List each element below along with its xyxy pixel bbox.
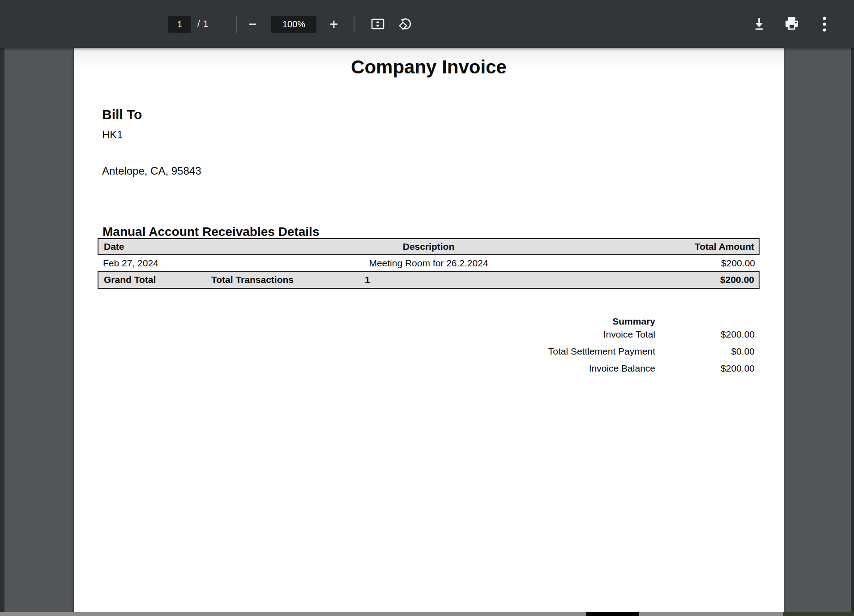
invoice-title: Company Invoice	[74, 57, 784, 77]
rotate-ccw-icon	[397, 16, 414, 33]
column-total-amount: Total Amount	[695, 239, 754, 254]
plus-icon	[328, 18, 340, 30]
cell-amount: $200.00	[721, 255, 755, 271]
total-transactions-label: Total Transactions	[211, 272, 294, 288]
download-icon	[750, 15, 768, 33]
table-header-row: Date Description Total Amount	[98, 238, 760, 255]
summary-label: Invoice Balance	[477, 360, 655, 377]
summary-row: Invoice Total $200.00	[477, 326, 755, 343]
zoom-in-button[interactable]	[325, 15, 343, 33]
viewer-left-edge	[0, 48, 4, 612]
summary-value: $200.00	[655, 326, 755, 343]
summary-section: Summary Invoice Total $200.00 Total Sett…	[477, 317, 755, 377]
page-number-input[interactable]	[168, 16, 191, 33]
summary-value: $0.00	[655, 343, 755, 360]
window-bottom-edge	[0, 612, 854, 616]
fit-page-button[interactable]	[368, 14, 388, 34]
grand-total-row: Grand Total Total Transactions 1 $200.00	[98, 271, 760, 289]
bill-to-name: HK1	[102, 128, 123, 141]
kebab-menu-icon	[816, 13, 833, 35]
fit-page-icon	[370, 17, 386, 32]
zoom-level-display[interactable]: 100%	[271, 16, 316, 33]
summary-value: $200.00	[655, 360, 755, 377]
grand-total-label: Grand Total	[104, 272, 156, 288]
summary-heading: Summary	[477, 317, 755, 326]
zoom-out-button[interactable]	[243, 15, 261, 33]
cell-description: Meeting Room for 26.2.2024	[98, 255, 760, 271]
print-icon	[782, 15, 801, 34]
total-transactions-count: 1	[365, 272, 370, 288]
summary-row: Total Settlement Payment $0.00	[477, 343, 755, 360]
download-button[interactable]	[748, 13, 770, 35]
table-row: Feb 27, 2024 Meeting Room for 26.2.2024 …	[98, 255, 760, 271]
bill-to-heading: Bill To	[102, 107, 142, 122]
rotate-button[interactable]	[396, 14, 415, 34]
summary-label: Invoice Total	[477, 326, 655, 343]
bottom-edge-segment	[783, 612, 854, 616]
receivables-heading: Manual Account Receivables Details	[102, 225, 319, 239]
receivables-table: Date Description Total Amount Feb 27, 20…	[98, 238, 760, 289]
bottom-edge-segment	[586, 612, 639, 616]
pdf-toolbar: / 1 100%	[0, 0, 854, 48]
summary-row: Invoice Balance $200.00	[477, 360, 755, 377]
more-options-button[interactable]	[814, 13, 835, 35]
viewer-right-edge	[851, 48, 854, 616]
bill-to-address: Antelope, CA, 95843	[102, 165, 201, 177]
print-button[interactable]	[781, 13, 803, 35]
page-count-label: / 1	[197, 0, 209, 48]
minus-icon	[246, 18, 259, 30]
grand-total-amount: $200.00	[720, 272, 754, 288]
toolbar-separator	[354, 16, 354, 33]
toolbar-separator	[236, 16, 237, 33]
summary-label: Total Settlement Payment	[477, 343, 655, 360]
document-page: Company Invoice Bill To HK1 Antelope, CA…	[74, 48, 784, 612]
column-description: Description	[98, 239, 759, 254]
